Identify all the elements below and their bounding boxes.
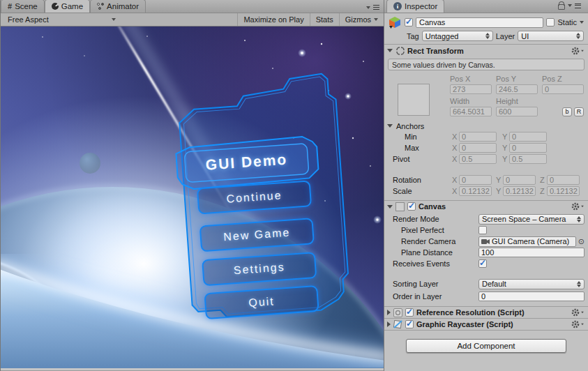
canvas-enabled-checkbox[interactable] [407, 202, 416, 211]
render-mode-value: Screen Space – Camera [482, 215, 574, 223]
receives-events-checkbox[interactable] [478, 259, 487, 268]
tab-game[interactable]: Game [45, 0, 90, 13]
foldout-closed-icon[interactable] [387, 321, 391, 327]
rect-transform-icon [395, 46, 405, 55]
gameobject-cube-icon[interactable] [389, 16, 402, 29]
layer-dropdown[interactable]: UI [518, 31, 584, 41]
game-icon [52, 3, 59, 10]
gear-icon[interactable] [571, 308, 585, 317]
aspect-label: Free Aspect [8, 15, 49, 24]
caret-down-icon[interactable] [568, 4, 572, 7]
pixel-perfect-checkbox[interactable] [478, 226, 487, 234]
inspector-info-icon: i [393, 2, 402, 10]
x-axis-label: X [452, 144, 459, 152]
y-axis-label: Y [502, 132, 509, 141]
tab-animator[interactable]: Animator [90, 0, 146, 13]
foldout-open-icon [387, 124, 393, 128]
max-label: Max [393, 144, 452, 152]
pos-z-label: Pos Z [542, 75, 584, 83]
render-camera-label: Render Camera [393, 237, 478, 245]
pivot-x-field: 0.5 [459, 154, 497, 164]
driven-help-box: Some values driven by Canvas. [388, 59, 585, 70]
anchor-min-x-field: 0 [459, 132, 497, 142]
name-field[interactable]: Canvas [416, 17, 543, 28]
rect-transform-header[interactable]: Rect Transform [384, 45, 588, 56]
lock-icon[interactable] [558, 4, 565, 10]
tab-game-label: Game [61, 2, 83, 10]
camera-icon [481, 238, 490, 245]
tab-inspector-label: Inspector [405, 2, 437, 10]
game-pane: # Scene Game Animator Free Aspect [0, 0, 384, 371]
stats-button[interactable]: Stats [310, 13, 339, 26]
sorting-layer-label: Sorting Layer [393, 280, 478, 288]
active-checkbox[interactable] [405, 18, 413, 26]
min-label: Min [393, 132, 452, 141]
pivot-y-field: 0.5 [509, 154, 547, 164]
reference-resolution-enabled-checkbox[interactable] [405, 308, 414, 317]
tag-dropdown[interactable]: Untagged [422, 31, 493, 41]
anchors-foldout[interactable]: Anchors [384, 121, 588, 131]
tab-animator-label: Animator [107, 2, 139, 10]
gear-icon[interactable] [571, 320, 585, 328]
x-axis-label: X [452, 155, 459, 163]
sorting-layer-dropdown[interactable]: Default [478, 279, 585, 289]
reference-resolution-header[interactable]: Reference Resolution (Script) [384, 306, 588, 318]
graphic-raycaster-header[interactable]: Graphic Raycaster (Script) [384, 318, 588, 330]
rotation-label: Rotation [393, 176, 452, 184]
gear-caret-icon [581, 324, 584, 325]
render-camera-object-field[interactable]: GUI Camera (Camera) [478, 236, 576, 247]
x-axis-label: X [452, 176, 459, 184]
tab-scene[interactable]: # Scene [1, 0, 45, 13]
maximize-on-play-button[interactable]: Maximize on Play [237, 13, 309, 26]
rotation-x-field: 0 [459, 175, 492, 185]
static-checkbox[interactable] [546, 18, 555, 26]
object-picker-icon[interactable]: ⊙ [578, 237, 585, 246]
caret-down-icon [374, 18, 378, 21]
anchor-preview-box[interactable] [398, 84, 430, 116]
blueprint-mode-button[interactable]: b [562, 107, 572, 116]
aspect-dropdown[interactable]: Free Aspect [1, 13, 123, 26]
render-mode-dropdown[interactable]: Screen Space – Camera [478, 214, 585, 225]
unity-editor-window: # Scene Game Animator Free Aspect [0, 0, 588, 371]
foldout-open-icon[interactable] [387, 49, 393, 52]
static-label: Static [557, 18, 577, 26]
gizmos-dropdown[interactable]: Gizmos [339, 13, 384, 26]
tabstrip-menu[interactable] [366, 5, 384, 13]
layer-value: UI [521, 32, 573, 40]
y-axis-label: Y [502, 155, 509, 163]
reference-resolution-title: Reference Resolution (Script) [416, 308, 525, 317]
updown-icon [577, 281, 581, 287]
render-camera-value: GUI Camera (Camera) [492, 237, 569, 245]
foldout-closed-icon[interactable] [387, 310, 391, 315]
receives-events-label: Receives Events [393, 259, 478, 268]
layer-label: Layer [496, 32, 515, 40]
static-caret-icon[interactable] [580, 21, 584, 24]
x-axis-label: X [452, 132, 459, 141]
y-axis-label: Y [496, 187, 503, 195]
order-in-layer-field[interactable]: 0 [478, 292, 585, 301]
pos-x-label: Pos X [450, 75, 492, 83]
inspector-panel: i Inspector Canvas [384, 0, 588, 371]
updown-icon [576, 33, 580, 39]
reference-resolution-icon [393, 308, 402, 317]
raw-edit-mode-button[interactable]: R [574, 107, 584, 116]
add-component-button[interactable]: Add Component [406, 339, 566, 353]
scale-x-field: 0.12132 [459, 186, 492, 196]
rotation-y-field: 0 [503, 175, 536, 185]
canvas-component-header[interactable]: Canvas [384, 200, 588, 212]
plane-distance-field[interactable]: 100 [478, 248, 585, 257]
y-axis-label: Y [496, 176, 503, 184]
order-in-layer-label: Order in Layer [393, 292, 478, 301]
graphic-raycaster-enabled-checkbox[interactable] [405, 320, 414, 328]
gear-icon[interactable] [571, 47, 585, 55]
tab-scene-label: Scene [15, 2, 38, 10]
updown-icon [577, 216, 581, 222]
gear-caret-icon [581, 50, 584, 51]
tab-inspector[interactable]: i Inspector [386, 0, 444, 13]
gear-icon[interactable] [571, 202, 585, 211]
plane-distance-label: Plane Distance [393, 248, 478, 257]
foldout-open-icon[interactable] [387, 205, 393, 209]
menu-icon[interactable] [575, 3, 581, 8]
canvas-title: Canvas [419, 202, 446, 211]
pos-x-field: 273 [450, 84, 492, 94]
